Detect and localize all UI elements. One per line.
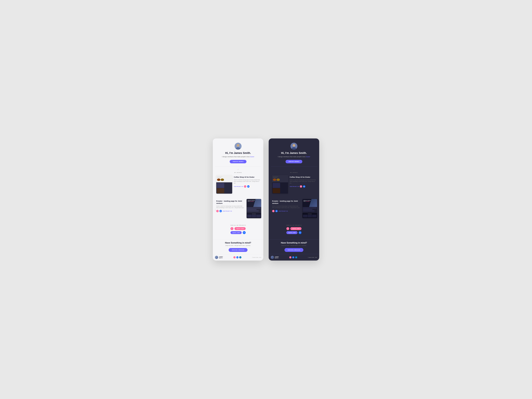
view-all-section-light: VIEW ALL MY PROJECTS ✦ @james_smith @jam… — [215, 224, 261, 237]
kreator-top-light: Helping you create theFuture, Technicall… — [247, 199, 261, 207]
services-title-dark: Our Services — [303, 214, 317, 214]
service2-light — [252, 215, 256, 217]
behance-icon-coffee-dark[interactable]: Bē — [303, 185, 305, 188]
kreator-services-dark: Our Services — [303, 213, 317, 218]
blue-social-btn-light[interactable]: @james_smith — [230, 231, 242, 234]
footer-copyright-light: © James Smith - 2019 — [252, 257, 261, 258]
coffee-title-dark: Coffee Shop UI for Endor — [290, 176, 317, 178]
dribbble-circle-dark[interactable]: ✦ — [286, 227, 289, 230]
coffee-preview-light — [216, 175, 232, 194]
footer-name-dark: JAMESSMITH — [275, 256, 279, 259]
avatar-light — [234, 143, 241, 150]
send-message-btn-dark[interactable]: SEND ME A MESSAGE — [285, 248, 304, 252]
coffee-img2-dark — [273, 188, 280, 193]
kreator-mockup-dark: Helping you create theFuture, Technicall… — [303, 199, 317, 218]
behance-icon-coffee-light[interactable]: Bē — [247, 185, 249, 188]
coffee-view-link-dark[interactable]: VIEW PROJECT ON — [290, 186, 299, 187]
works-label-light: MY WORKS — [215, 172, 261, 173]
behance-icon-kreator-dark[interactable]: Bē — [275, 210, 278, 212]
kreator-body-light — [247, 207, 261, 212]
footer-dark: JAMESSMITH ✦ Bē in © James Smith - 2019 — [269, 254, 319, 260]
kreator-row3-light — [247, 210, 259, 211]
service1-dark — [303, 215, 307, 217]
footer-avatar-dark — [271, 256, 274, 259]
coffee-bottom-dark — [272, 182, 288, 194]
footer-behance-light[interactable]: Bē — [236, 256, 239, 258]
kreator-row2-light — [247, 209, 257, 210]
services-grid-light — [247, 215, 261, 217]
dark-screen: Hi, I'm James Smith. I design interfaces… — [269, 139, 319, 261]
footer-profile-light: JAMESSMITH — [215, 256, 223, 259]
kreator-row1-light — [247, 208, 261, 209]
kreator-text-overlay-light: Helping you create theFuture, Technicall… — [248, 200, 255, 202]
service3-dark — [312, 215, 317, 217]
coffee-top-light — [216, 175, 232, 182]
send-message-btn-light[interactable]: SEND ME A MESSAGE — [229, 248, 248, 252]
services-grid-dark — [303, 215, 317, 217]
coffee-view-link-light[interactable]: VIEW PROJECT ON — [234, 186, 243, 187]
footer-dribbble-dark[interactable]: ✦ — [289, 256, 291, 258]
behance-circle-dark[interactable]: Bē — [298, 231, 302, 234]
dribbble-icon-coffee-dark[interactable]: ✦ — [300, 185, 302, 188]
kreator-view-link-dark[interactable]: VIEW PROJECT ON — [279, 211, 288, 212]
footer-avatar-light — [215, 256, 218, 259]
footer-behance-dark[interactable]: Bē — [292, 256, 294, 258]
kreator-info-dark: Kreator - landing page for Joint venture… — [272, 199, 301, 212]
behance-circle-light[interactable]: Bē — [243, 231, 246, 234]
pink-social-btn-dark[interactable]: @james_smith — [290, 227, 302, 230]
dribbble-icon-coffee-light[interactable]: ✦ — [244, 185, 246, 188]
dribbble-circle-light[interactable]: ✦ — [230, 227, 234, 230]
footer-profile-dark: JAMESSMITH — [271, 256, 279, 259]
footer-linkedin-light[interactable]: in — [239, 256, 241, 258]
arrow-down-dark: ↓ — [269, 167, 319, 172]
contact-title-light: Have Something in mind? — [216, 242, 260, 244]
side-label-kreator-dark: CASE — [271, 209, 272, 211]
kreator-desc-light: Small or small tree having large red man… — [216, 205, 245, 209]
pink-social-btn-light[interactable]: @james_smith — [234, 227, 246, 230]
svg-point-4 — [293, 144, 295, 147]
view-works-button-dark[interactable]: VIEW MY WORKS — [285, 160, 302, 163]
service2-dark — [308, 215, 312, 217]
hero-description-light: I design interfaces that make people's l… — [216, 156, 260, 158]
dribbble-icon-kreator-light[interactable]: ✦ — [216, 210, 219, 212]
dribbble-icon-kreator-dark[interactable]: ✦ — [272, 210, 274, 212]
footer-name-light: JAMESSMITH — [219, 256, 223, 259]
coffee-links-dark: VIEW PROJECT ON ✦ Bē — [290, 185, 317, 188]
social-buttons-dark: @james_smith Bē — [271, 231, 317, 234]
kreator-card-light: Kreator - landing page for Joint venture… — [216, 199, 261, 218]
coffee-card-light: Coffee Shop UI for Endor Small or small … — [216, 175, 261, 194]
footer-social-dark: ✦ Bē in — [289, 256, 297, 258]
light-screen: Hi, I'm James Smith. I design interfaces… — [213, 139, 263, 261]
screens-container: Hi, I'm James Smith. I design interfaces… — [213, 139, 319, 261]
coffee-mockup-dark — [272, 175, 288, 194]
works-section-light: MY WORKS CASE — [213, 172, 263, 239]
view-all-section-dark: VIEW ALL MY PROJECTS ✦ @james_smith @jam… — [271, 224, 317, 237]
kreator-mockup-light: Helping you create theFuture, Technicall… — [247, 199, 261, 218]
project-coffee-light: CASE — [215, 175, 261, 196]
footer-dribbble-light[interactable]: ✦ — [234, 256, 235, 258]
behance-icon-kreator-light[interactable]: Bē — [219, 210, 222, 212]
kreator-desc-dark: Small or small tree having large red man… — [272, 205, 301, 209]
hero-name-light: Hi, I'm James Smith. — [216, 152, 260, 155]
avatar-image-light — [234, 143, 241, 150]
project-kreator-light: CASE Kreator - landing page for Joint ve… — [215, 199, 261, 221]
kreator-row2-dark — [303, 209, 312, 210]
kreator-row1-dark — [303, 208, 317, 209]
footer-light: JAMESSMITH ✦ Bē in © James Smith - 2019 — [213, 254, 263, 260]
works-section-dark: MY WORKS CASE — [269, 172, 319, 239]
project-kreator-dark: CASE Kreator - landing page for Joint ve… — [271, 199, 317, 221]
contact-desc-dark: Drop me a line. I will get back to you. … — [272, 245, 316, 246]
kreator-view-link-light[interactable]: VIEW PROJECT ON — [223, 211, 232, 212]
coffee-bottom-light — [216, 182, 232, 194]
kreator-preview-dark: Helping you create theFuture, Technicall… — [303, 199, 317, 218]
coffee-links-light: VIEW PROJECT ON ✦ Bē — [234, 185, 261, 188]
view-works-button-light[interactable]: VIEW MY WORKS — [230, 160, 247, 163]
social-circle-icons-dark: ✦ @james_smith — [271, 227, 317, 230]
kreator-links-dark: ✦ Bē VIEW PROJECT ON — [272, 210, 301, 212]
avatar-image-dark — [291, 143, 298, 150]
coffee-desc-light: Small or small tree having large red man… — [234, 179, 261, 184]
footer-linkedin-dark[interactable]: in — [295, 256, 297, 258]
services-title-light: Our Services — [247, 214, 261, 214]
hero-section-dark: Hi, I'm James Smith. I design interfaces… — [269, 139, 319, 167]
blue-social-btn-dark[interactable]: @james_smith — [286, 231, 298, 234]
